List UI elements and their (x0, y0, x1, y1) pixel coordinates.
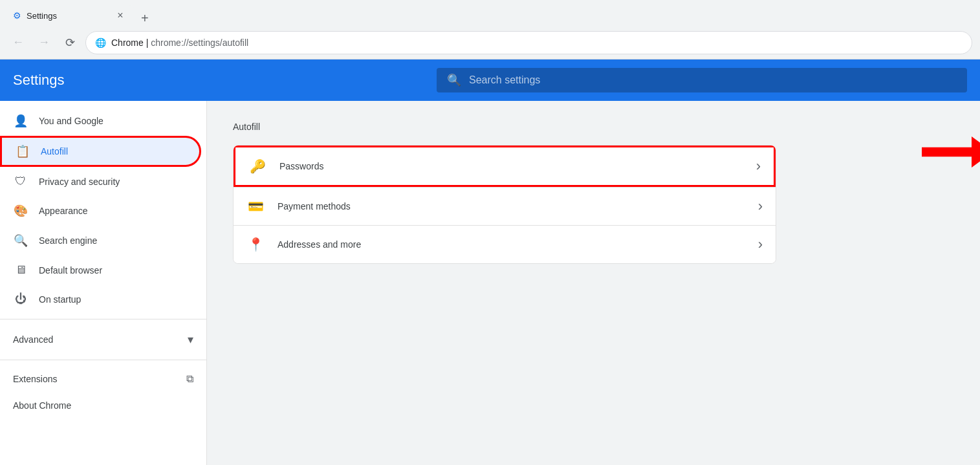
search-input[interactable] (469, 74, 957, 86)
forward-button[interactable]: → (34, 32, 54, 53)
autofill-item-payment-methods[interactable]: 💳 Payment methods › (234, 187, 776, 226)
sidebar-item-you-and-google[interactable]: 👤 You and Google (0, 106, 206, 136)
location-icon: 📍 (246, 237, 265, 252)
passwords-label: Passwords (279, 161, 743, 171)
address-favicon: 🌐 (95, 38, 106, 48)
sidebar-item-label: Autofill (41, 146, 68, 157)
autofill-item-addresses[interactable]: 📍 Addresses and more › (234, 226, 776, 263)
key-icon: 🔑 (248, 158, 267, 174)
passwords-arrow-right (922, 136, 980, 168)
chevron-down-icon: ▾ (188, 332, 193, 347)
sidebar-extensions-label: Extensions (13, 374, 176, 384)
passwords-chevron-icon: › (756, 158, 761, 175)
sidebar-item-label: Privacy and security (39, 177, 120, 187)
tab-close-button[interactable]: × (114, 9, 127, 22)
sidebar-section-advanced[interactable]: Advanced ▾ (0, 325, 206, 354)
sidebar-item-privacy-security[interactable]: 🛡 Privacy and security (0, 167, 206, 196)
main-content: Autofill 🔑 Passwords › 💳 Payment methods… (207, 101, 980, 465)
credit-card-icon: 💳 (246, 199, 265, 214)
sidebar-item-on-startup[interactable]: ⏻ On startup (0, 285, 206, 314)
sidebar-item-default-browser[interactable]: 🖥 Default browser (0, 255, 206, 285)
tab-title: Settings (27, 11, 109, 21)
address-text: Chrome | chrome://settings/autofill (111, 38, 248, 48)
external-link-icon: ⧉ (186, 373, 193, 385)
search-icon: 🔍 (447, 73, 461, 87)
search-bar[interactable]: 🔍 (437, 68, 967, 92)
reload-button[interactable]: ⟳ (60, 32, 80, 53)
new-tab-button[interactable]: + (137, 11, 153, 26)
tab-bar: ⚙ Settings × + (0, 0, 980, 26)
address-domain: Chrome | (111, 38, 151, 48)
payment-chevron-icon: › (758, 198, 763, 215)
search-icon: 🔍 (13, 233, 28, 248)
addresses-label: Addresses and more (278, 239, 745, 250)
sidebar-divider-2 (0, 360, 206, 360)
autofill-icon: 📋 (15, 144, 30, 158)
sidebar-item-extensions[interactable]: Extensions ⧉ (0, 365, 206, 393)
person-icon: 👤 (13, 114, 28, 128)
monitor-icon: 🖥 (13, 263, 28, 277)
settings-body: 👤 You and Google 📋 Autofill 🛡 Privacy an… (0, 101, 980, 465)
settings-title: Settings (13, 72, 65, 89)
settings-page: Settings 🔍 👤 You and Google 📋 Autofill (0, 59, 980, 465)
sidebar-advanced-label: Advanced (13, 334, 177, 345)
sidebar-item-appearance[interactable]: 🎨 Appearance (0, 196, 206, 226)
sidebar-item-label: Default browser (39, 265, 102, 276)
address-bar[interactable]: 🌐 Chrome | chrome://settings/autofill (85, 31, 972, 54)
browser-window: ⚙ Settings × + ← → ⟳ 🌐 Chrome | chrome:/… (0, 0, 980, 59)
addresses-chevron-icon: › (758, 236, 763, 253)
palette-icon: 🎨 (13, 204, 28, 218)
autofill-list: 🔑 Passwords › 💳 Payment methods › 📍 Addr… (233, 145, 776, 264)
settings-header: Settings 🔍 (0, 59, 980, 101)
sidebar-item-autofill[interactable]: 📋 Autofill (0, 136, 201, 167)
sidebar-item-label: On startup (39, 294, 81, 305)
sidebar-item-about-chrome[interactable]: About Chrome (0, 393, 206, 418)
sidebar-item-label: Appearance (39, 206, 88, 216)
sidebar: 👤 You and Google 📋 Autofill 🛡 Privacy an… (0, 101, 207, 465)
nav-bar: ← → ⟳ 🌐 Chrome | chrome://settings/autof… (0, 26, 980, 59)
tab-favicon: ⚙ (13, 10, 21, 21)
address-path: chrome://settings/autofill (151, 38, 248, 48)
settings-tab[interactable]: ⚙ Settings × (5, 5, 135, 26)
sidebar-about-label: About Chrome (13, 400, 71, 411)
shield-icon: 🛡 (13, 175, 28, 188)
sidebar-item-search-engine[interactable]: 🔍 Search engine (0, 226, 206, 255)
back-button[interactable]: ← (8, 32, 28, 53)
payment-methods-label: Payment methods (278, 201, 745, 211)
autofill-item-passwords[interactable]: 🔑 Passwords › (234, 146, 776, 187)
sidebar-item-label: Search engine (39, 235, 97, 246)
page-title: Autofill (233, 122, 954, 132)
sidebar-item-label: You and Google (39, 116, 103, 126)
sidebar-divider (0, 319, 206, 319)
power-icon: ⏻ (13, 292, 28, 306)
